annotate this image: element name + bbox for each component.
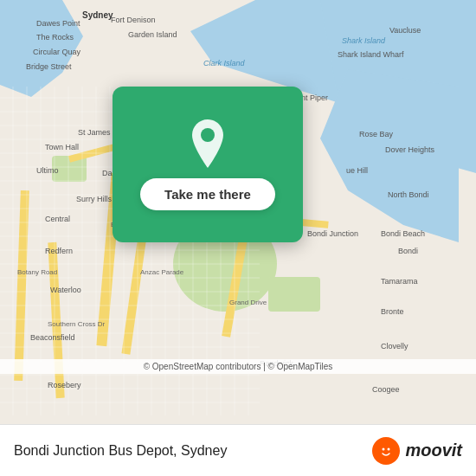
svg-point-2: [383, 447, 385, 450]
moovit-icon: [372, 437, 400, 465]
take-me-there-button[interactable]: Take me there: [140, 178, 275, 210]
moovit-wordmark: moovit: [405, 441, 462, 460]
svg-point-0: [201, 128, 215, 142]
svg-point-3: [388, 447, 390, 450]
bottom-bar: Bondi Junction Bus Depot, Sydney moovit: [0, 424, 476, 476]
navigation-overlay-card: Take me there: [113, 87, 303, 242]
small-park-2: [268, 277, 320, 312]
map-attribution: © OpenStreetMap contributors | © OpenMap…: [0, 359, 476, 374]
svg-point-1: [378, 443, 394, 459]
moovit-logo: moovit: [372, 437, 462, 465]
location-pin-icon: [187, 119, 228, 168]
location-label: Bondi Junction Bus Depot, Sydney: [14, 443, 372, 459]
moovit-face-icon: [377, 442, 395, 460]
map-container: SydneyDarling PointPoint PiperClark Isla…: [0, 0, 476, 424]
